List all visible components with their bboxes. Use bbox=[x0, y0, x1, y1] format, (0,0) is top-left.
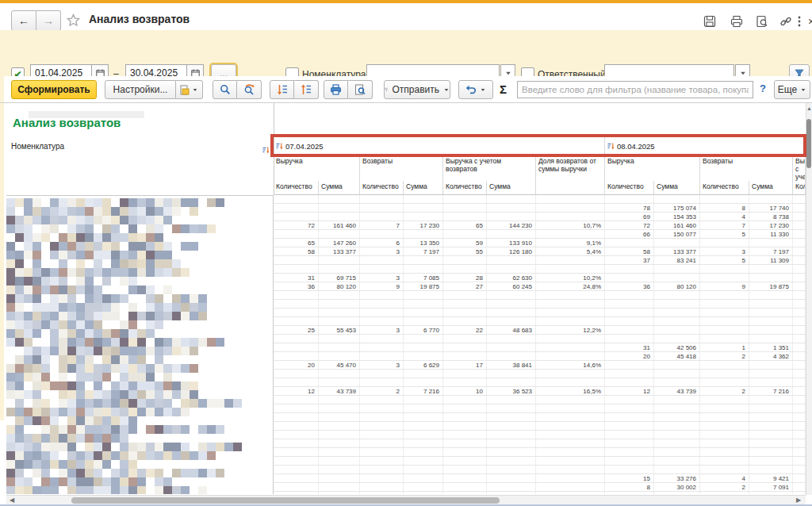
table-cell bbox=[360, 204, 404, 212]
table-cell: 48 683 bbox=[487, 326, 536, 334]
table-cell: 36 bbox=[605, 282, 654, 290]
close-icon[interactable]: × bbox=[804, 14, 812, 29]
table-cell: 20 bbox=[605, 352, 654, 360]
date-column-header[interactable]: 08.04.2025 bbox=[605, 137, 806, 155]
table-cell: 7 bbox=[700, 221, 749, 229]
blurred-row bbox=[6, 266, 273, 274]
table-cell bbox=[487, 466, 536, 473]
table-cell bbox=[319, 343, 360, 351]
blur-block bbox=[155, 451, 163, 460]
table-cell bbox=[793, 370, 806, 378]
table-cell bbox=[536, 265, 605, 273]
print-icon[interactable] bbox=[730, 14, 744, 29]
table-cell bbox=[793, 431, 806, 439]
table-cell bbox=[274, 413, 319, 421]
back-button[interactable]: ← bbox=[11, 10, 36, 31]
blur-block bbox=[163, 408, 172, 416]
table-cell: 144 230 bbox=[487, 221, 536, 229]
table-cell: 60 245 bbox=[487, 282, 536, 290]
table-cell: 24,8% bbox=[536, 282, 605, 290]
preview-icon[interactable] bbox=[755, 14, 769, 29]
blur-block bbox=[216, 399, 224, 408]
table-cell bbox=[654, 265, 700, 273]
more-actions-button[interactable]: Еще bbox=[774, 80, 810, 99]
sub-header-cell: Сумма bbox=[404, 181, 443, 195]
table-cell bbox=[319, 195, 360, 203]
filter-word-input[interactable] bbox=[517, 81, 753, 98]
table-cell bbox=[536, 474, 605, 482]
table-cell bbox=[793, 335, 806, 343]
table-row bbox=[274, 404, 806, 413]
blur-block bbox=[198, 224, 207, 233]
date-column-header[interactable]: 07.04.2025 bbox=[274, 137, 605, 155]
table-cell bbox=[749, 274, 793, 282]
search-next-button[interactable] bbox=[237, 80, 262, 99]
horizontal-scroll-thumb[interactable] bbox=[71, 497, 500, 504]
table-cell bbox=[700, 431, 749, 439]
table-cell bbox=[536, 256, 605, 264]
date-label: 07.04.2025 bbox=[285, 142, 324, 151]
scroll-right-icon[interactable]: ▶ bbox=[796, 497, 801, 504]
print-preview-button[interactable] bbox=[348, 80, 373, 99]
blurred-row bbox=[6, 335, 273, 344]
table-cell bbox=[793, 483, 806, 491]
expand-groups-button[interactable] bbox=[270, 80, 294, 99]
table-cell bbox=[536, 204, 605, 212]
forward-button[interactable]: → bbox=[36, 10, 61, 31]
search-next-icon bbox=[243, 84, 255, 95]
table-cell bbox=[605, 291, 654, 299]
vertical-scroll-thumb[interactable] bbox=[806, 119, 811, 168]
table-cell bbox=[793, 387, 806, 395]
help-button[interactable]: ? bbox=[760, 82, 766, 94]
table-cell bbox=[404, 413, 443, 421]
sum-totals-button[interactable]: Σ bbox=[500, 82, 507, 96]
table-cell: 37 bbox=[605, 256, 654, 264]
table-cell bbox=[487, 474, 536, 482]
table-cell bbox=[700, 195, 749, 203]
table-cell: 10,2% bbox=[536, 274, 605, 282]
left-panel-strip bbox=[0, 76, 4, 420]
settings-button[interactable]: Настройки... bbox=[105, 80, 176, 99]
table-cell bbox=[605, 195, 654, 203]
collapse-groups-button[interactable] bbox=[294, 80, 319, 99]
sort-icon[interactable] bbox=[262, 143, 270, 157]
search-button[interactable] bbox=[213, 80, 237, 99]
table-cell bbox=[749, 370, 793, 378]
report-variant-button[interactable] bbox=[176, 80, 203, 99]
table-cell bbox=[700, 404, 749, 412]
table-cell bbox=[487, 483, 536, 491]
send-button[interactable]: Отправить bbox=[384, 80, 450, 99]
undo-changes-button[interactable] bbox=[458, 80, 493, 99]
expand-groups-icon bbox=[277, 84, 288, 95]
save-icon[interactable] bbox=[703, 14, 717, 29]
table-cell: 80 120 bbox=[319, 282, 360, 290]
table-cell bbox=[487, 195, 536, 203]
table-cell: 62 630 bbox=[487, 274, 536, 282]
table-cell bbox=[360, 195, 404, 203]
chevron-down-icon bbox=[741, 71, 745, 75]
table-cell bbox=[274, 396, 319, 404]
table-cell bbox=[319, 317, 360, 325]
favorite-star-icon[interactable] bbox=[67, 13, 80, 30]
table-cell: 16,5% bbox=[536, 387, 605, 395]
table-cell bbox=[404, 474, 443, 482]
scroll-up-icon[interactable]: ▲ bbox=[806, 105, 812, 111]
table-cell: 28 bbox=[443, 274, 487, 282]
table-cell bbox=[404, 230, 443, 238]
table-cell bbox=[487, 422, 536, 430]
blur-block bbox=[216, 338, 224, 347]
scroll-left-icon[interactable]: ◀ bbox=[10, 497, 14, 504]
generate-button[interactable]: Сформировать bbox=[11, 80, 97, 99]
table-cell bbox=[360, 343, 404, 351]
table-cell bbox=[536, 317, 605, 325]
table-cell: 59 bbox=[443, 239, 487, 247]
table-cell bbox=[443, 404, 487, 412]
blur-block bbox=[190, 425, 198, 434]
table-cell bbox=[360, 352, 404, 360]
table-cell bbox=[793, 230, 806, 238]
table-cell bbox=[605, 300, 654, 308]
print-button[interactable] bbox=[324, 80, 348, 99]
link-icon[interactable] bbox=[779, 14, 793, 29]
more-menu-icon[interactable] bbox=[795, 14, 803, 29]
table-cell bbox=[319, 466, 360, 473]
